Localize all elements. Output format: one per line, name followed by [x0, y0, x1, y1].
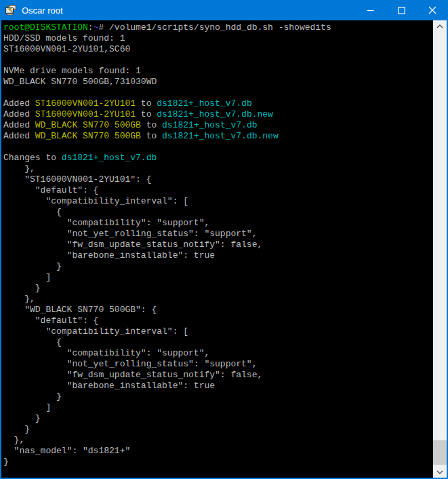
terminal-text-segment: "default": {	[3, 315, 98, 326]
terminal-line: "barebone_installable": true	[3, 250, 433, 261]
terminal-line: "compatibility_interval": [	[3, 326, 433, 337]
terminal-text-segment: "compatibility_interval": [	[3, 196, 188, 206]
terminal-line: }	[3, 424, 433, 435]
terminal-text-segment: WD_BLACK SN770 500GB,731030WD	[3, 77, 157, 87]
terminal-text-segment: to	[136, 98, 157, 109]
terminal-line: }	[3, 391, 433, 402]
terminal-line: "default": {	[3, 315, 433, 326]
terminal-text-segment: ds1821+_host_v7.db	[157, 98, 251, 109]
window-title: Oscar root	[22, 5, 63, 16]
terminal-text-segment: "fw_dsm_update_status_notify": false,	[3, 240, 262, 250]
terminal-line: "not_yet_rolling_status": "support",	[3, 229, 433, 240]
terminal-line: ]	[3, 402, 433, 413]
terminal-line: "fw_dsm_update_status_notify": false,	[3, 240, 433, 250]
terminal-text-segment: "fw_dsm_update_status_notify": false,	[3, 370, 262, 380]
terminal-text-segment: ds1821+_host_v7.db.new	[157, 109, 273, 119]
terminal-text-segment: }	[3, 457, 9, 467]
terminal-line	[3, 142, 433, 153]
terminal-text-segment: :	[88, 22, 94, 33]
terminal-text-segment: Added	[3, 120, 35, 130]
terminal-text-segment: to	[141, 131, 162, 141]
terminal-text-segment: "not_yet_rolling_status": "support",	[3, 359, 257, 369]
terminal-text-segment: },	[3, 294, 35, 304]
terminal-line: }	[3, 261, 433, 272]
terminal-text-segment: Added	[3, 109, 35, 119]
terminal-text-segment: ]	[3, 402, 51, 413]
terminal-line: "not_yet_rolling_status": "support",	[3, 359, 433, 370]
terminal-line: Added ST16000VN001-2YU101 to ds1821+_hos…	[3, 109, 433, 120]
maximize-button[interactable]	[386, 0, 417, 20]
terminal-line: "default": {	[3, 185, 433, 196]
terminal-text-segment: "barebone_installable": true	[3, 250, 215, 261]
terminal-text-segment: "not_yet_rolling_status": "support",	[3, 229, 257, 239]
title-bar[interactable]: Oscar root	[0, 0, 448, 20]
terminal-text-segment: ds1821+_host_v7.db	[62, 153, 157, 163]
terminal-line: }	[3, 413, 433, 424]
terminal-text-segment: root@DISKSTATION	[3, 22, 88, 33]
terminal-text-segment: {	[3, 337, 62, 347]
terminal-text-segment: "WD_BLACK SN770 500GB": {	[3, 305, 157, 315]
terminal-line: },	[3, 435, 433, 446]
terminal-text-segment: "compatibility": "support",	[3, 348, 209, 358]
scrollbar-thumb[interactable]	[433, 440, 447, 465]
terminal-text-segment: "compatibility_interval": [	[3, 326, 188, 337]
terminal-line: "compatibility": "support",	[3, 348, 433, 359]
scrollbar-down-arrow[interactable]	[433, 466, 447, 478]
terminal-text-segment: ST16000VN001-2YU101,SC60	[3, 44, 130, 54]
terminal-text-segment: {	[3, 207, 62, 217]
putty-icon[interactable]	[5, 5, 17, 16]
terminal-text-segment: "default": {	[3, 185, 98, 195]
terminal-text-segment: WD_BLACK SN770 500GB	[35, 131, 141, 141]
terminal-line: HDD/SSD models found: 1	[3, 33, 433, 44]
terminal-line: },	[3, 164, 433, 174]
scrollbar[interactable]	[433, 20, 447, 478]
chevron-up-icon	[436, 24, 443, 28]
terminal-text-segment: WD_BLACK SN770 500GB	[35, 120, 141, 130]
terminal-text-segment: ds1821+_host_v7.db.new	[162, 131, 279, 141]
terminal-line	[3, 55, 433, 66]
chevron-down-icon	[436, 470, 443, 474]
minimize-button[interactable]	[354, 0, 386, 20]
terminal-line: ST16000VN001-2YU101,SC60	[3, 44, 433, 55]
terminal-text-segment: Changes to	[3, 153, 62, 163]
scrollbar-track[interactable]	[433, 32, 447, 466]
terminal-text-segment: },	[3, 435, 24, 445]
terminal-text-segment: ]	[3, 272, 51, 282]
terminal-line: Added ST16000VN001-2YU101 to ds1821+_hos…	[3, 98, 433, 109]
terminal-text-segment: Added	[3, 98, 35, 109]
terminal-text-segment: to	[136, 109, 157, 119]
terminal-text-segment: "ST16000VN001-2YU101": {	[3, 174, 151, 185]
scrollbar-up-arrow[interactable]	[433, 20, 447, 32]
terminal-line: Changes to ds1821+_host_v7.db	[3, 153, 433, 164]
terminal-text-segment: ds1821+_host_v7.db	[162, 120, 257, 130]
terminal-line: "compatibility": "support",	[3, 218, 433, 229]
window-body: root@DISKSTATION:~# /volume1/scripts/syn…	[0, 20, 448, 479]
terminal-line: NVMe drive models found: 1	[3, 66, 433, 77]
terminal-line: "nas_model": "ds1821+"	[3, 446, 433, 457]
putty-window: Oscar root root@DISKSTATION:~# /volume1/…	[0, 0, 448, 479]
close-button[interactable]	[417, 0, 448, 20]
terminal-text-segment: "nas_model": "ds1821+"	[3, 446, 130, 456]
terminal-line: {	[3, 337, 433, 348]
terminal-line: ]	[3, 272, 433, 283]
window-controls	[354, 0, 448, 20]
terminal-line: "ST16000VN001-2YU101": {	[3, 174, 433, 185]
terminal-text-segment: }	[3, 424, 30, 434]
terminal-line: "WD_BLACK SN770 500GB": {	[3, 305, 433, 315]
terminal-text-segment: }	[3, 261, 62, 271]
terminal-line: {	[3, 207, 433, 218]
close-icon	[428, 6, 436, 14]
terminal-text-segment: ST16000VN001-2YU101	[35, 109, 136, 119]
terminal-text-segment: "barebone_installable": true	[3, 381, 215, 391]
terminal-line: "compatibility_interval": [	[3, 196, 433, 207]
minimize-icon	[367, 7, 374, 14]
terminal-line: "fw_dsm_update_status_notify": false,	[3, 370, 433, 381]
terminal-text-segment: }	[3, 391, 62, 402]
terminal-text-segment: Added	[3, 131, 35, 141]
terminal-screen[interactable]: root@DISKSTATION:~# /volume1/scripts/syn…	[1, 20, 433, 478]
terminal-line: }	[3, 457, 433, 467]
terminal-line: }	[3, 283, 433, 294]
terminal-text-segment: "compatibility": "support",	[3, 218, 209, 228]
terminal-line: root@DISKSTATION:~# /volume1/scripts/syn…	[3, 22, 433, 33]
terminal-text-segment: }	[3, 413, 41, 423]
